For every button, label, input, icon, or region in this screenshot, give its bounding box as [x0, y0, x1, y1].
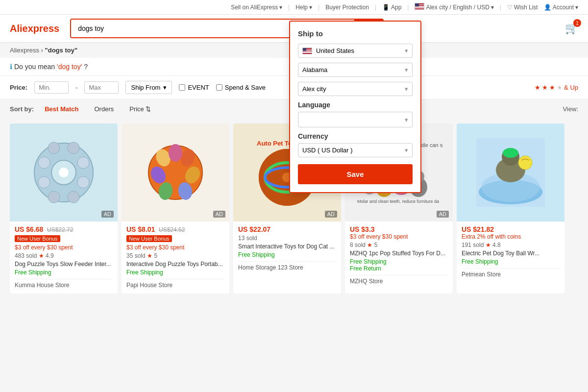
chevron-down-icon: ▾ — [405, 47, 408, 54]
star-icon: ★ — [542, 84, 548, 91]
phone-icon: 📱 — [382, 4, 390, 11]
store-name[interactable]: Home Storage 123 Store — [238, 261, 336, 271]
price-max-input[interactable] — [84, 81, 119, 94]
ad-badge: AD — [325, 211, 337, 218]
free-shipping: Free Shipping — [238, 251, 336, 258]
did-you-mean-text: Do you mean — [14, 63, 57, 71]
star-icon: ★ — [486, 242, 491, 248]
svg-point-3 — [38, 157, 50, 169]
discount-text: $3 off every $30 spent — [15, 244, 113, 251]
product-info: US $3.3 $3 off every $30 spent 8 sold ★ … — [345, 221, 453, 290]
spend-save-checkbox[interactable] — [216, 84, 222, 91]
price-original: US$22.72 — [47, 226, 73, 233]
ship-from-dropdown[interactable]: Ship From ▾ — [125, 81, 172, 94]
price-label: Price: — [10, 84, 27, 91]
svg-point-41 — [503, 148, 518, 158]
country-value: United States — [316, 47, 354, 54]
price-main: US $21.82 — [462, 225, 494, 233]
buyer-protection[interactable]: Buyer Protection — [325, 4, 369, 11]
svg-text:Molar and clean teeth, reduce : Molar and clean teeth, reduce furniture … — [357, 199, 439, 204]
suggestion-link[interactable]: 'dog toy' — [57, 63, 82, 71]
sell-on-aliexpress[interactable]: Sell on AliExpress ▾ — [231, 4, 282, 11]
svg-point-9 — [48, 191, 60, 203]
sold-rating: 8 sold ★ 5 — [350, 242, 448, 248]
account-menu[interactable]: 👤 Account ▾ — [544, 4, 578, 11]
view-label: View: — [563, 105, 578, 113]
store-name[interactable]: Kumma House Store — [15, 279, 113, 289]
store-name[interactable]: Petmean Store — [462, 268, 560, 278]
breadcrumb-home[interactable]: Aliexpress — [10, 47, 39, 54]
free-shipping: Free Shipping — [462, 258, 560, 265]
product-title[interactable]: Electric Pet Dog Toy Ball Wr... — [462, 250, 560, 257]
event-label: EVENT — [188, 84, 209, 91]
product-image[interactable]: AD — [122, 123, 229, 221]
free-shipping: Free Shipping — [15, 269, 113, 276]
app-link[interactable]: 📱 App — [382, 4, 401, 11]
country-selector[interactable]: United States ▾ — [298, 44, 413, 58]
ad-badge: AD — [437, 211, 449, 218]
location-selector[interactable]: Alex city / English / USD ▾ — [415, 3, 493, 11]
ad-badge: AD — [101, 211, 114, 218]
city-value: Alex city — [302, 85, 326, 93]
top-nav: Sell on AliExpress ▾ | Help ▾ | Buyer Pr… — [0, 0, 588, 15]
star-icon: ★ — [535, 84, 540, 91]
price-original: US$24.52 — [159, 226, 185, 233]
star-icon: ★ — [549, 84, 555, 91]
price-min-input[interactable] — [34, 81, 69, 94]
product-title[interactable]: Dog Puzzle Toys Slow Feeder Inter... — [15, 261, 113, 268]
price-main: US $22.07 — [238, 225, 270, 233]
product-card: AD US $6.68 US$22.72 New User Bonus $3 o… — [10, 123, 118, 294]
product-info: US $6.68 US$22.72 New User Bonus $3 off … — [10, 221, 118, 294]
chevron-down-icon: ▾ — [405, 66, 408, 74]
price-main: US $6.68 — [15, 225, 43, 233]
sort-best-match[interactable]: Best Match — [40, 103, 83, 115]
sort-label: Sort by: — [10, 105, 34, 113]
stars-label: & Up — [564, 84, 578, 91]
new-user-badge: New User Bonus — [126, 235, 172, 242]
product-title[interactable]: Smart Interactive Toys for Dog Cat ... — [238, 243, 336, 250]
cart-icon[interactable]: 🛒 1 — [565, 22, 578, 35]
state-selector[interactable]: Alabama ▾ — [298, 63, 413, 77]
sort-price[interactable]: Price ⇅ — [124, 103, 156, 115]
sold-rating: 191 sold ★ 4.8 — [462, 242, 560, 248]
city-selector[interactable]: Alex city ▾ — [298, 82, 413, 96]
sort-orders[interactable]: Orders — [89, 103, 119, 115]
product-image[interactable]: AD — [10, 123, 118, 221]
stars-filter[interactable]: ★ ★ ★ ★ & Up — [535, 84, 578, 91]
price-main: US $3.3 — [350, 225, 375, 233]
currency-selector[interactable]: USD ( US Dollar ) ▾ — [298, 143, 413, 157]
state-value: Alabama — [302, 66, 327, 74]
logo[interactable]: Aliexpress — [10, 23, 59, 34]
product-title[interactable]: Interactive Dog Puzzle Toys Portab... — [126, 261, 224, 268]
star-icon: ★ — [39, 252, 44, 259]
language-selector[interactable]: ▾ — [298, 112, 413, 127]
product-image[interactable] — [457, 123, 564, 221]
spend-save-filter[interactable]: Spend & Save — [216, 84, 266, 91]
store-name[interactable]: Papi House Store — [126, 279, 224, 289]
cart-badge: 1 — [573, 19, 581, 27]
help-menu[interactable]: Help ▾ — [295, 4, 312, 11]
heart-icon: ♡ — [507, 4, 513, 11]
ship-from-label: Ship From — [131, 84, 160, 91]
wishlist-link[interactable]: ♡ Wish List — [507, 4, 538, 11]
save-button[interactable]: Save — [298, 164, 413, 184]
new-user-badge: New User Bonus — [15, 235, 60, 242]
svg-point-5 — [38, 176, 50, 188]
sold-rating: 35 sold ★ 5 — [126, 252, 224, 259]
chevron-down-icon: ▾ — [491, 4, 494, 11]
svg-point-7 — [48, 142, 60, 154]
product-title[interactable]: MZHQ 1pc Pop Stuffed Toys For D... — [350, 250, 448, 257]
store-name[interactable]: MZHQ Store — [350, 275, 448, 285]
event-filter[interactable]: EVENT — [179, 84, 209, 91]
question-mark: ? — [84, 63, 88, 71]
product-info: US $21.82 Extra 2% off with coins 191 so… — [457, 221, 564, 283]
free-shipping: Free Shipping — [350, 258, 448, 265]
flag-icon — [302, 48, 312, 54]
product-card: AD US $8.01 US$24.52 New User Bonus $3 o… — [122, 123, 229, 294]
ship-to-popup: Ship to United States ▾ Alabama ▾ Alex c… — [289, 21, 421, 193]
language-value — [302, 115, 309, 124]
event-checkbox[interactable] — [179, 84, 185, 91]
svg-point-40 — [518, 156, 532, 170]
product-card: US $21.82 Extra 2% off with coins 191 so… — [457, 123, 564, 294]
spend-save-label: Spend & Save — [225, 84, 266, 91]
